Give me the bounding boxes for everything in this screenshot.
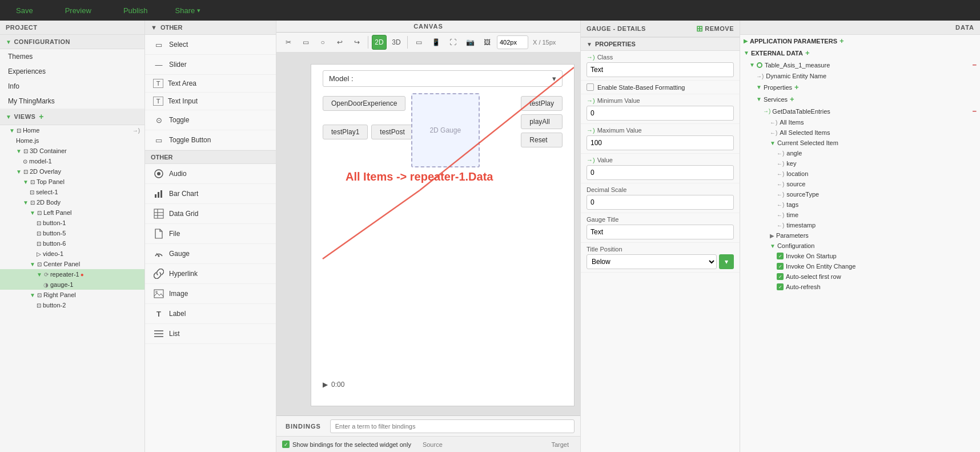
widget-gauge[interactable]: Gauge [145, 244, 276, 264]
tree-left-panel[interactable]: ▼ ⊡ Left Panel [0, 207, 144, 218]
auto-select-item[interactable]: ✓ Auto-select first row [740, 271, 980, 282]
widget-textinput[interactable]: T Text Input [145, 93, 276, 110]
widget-hyperlink[interactable]: Hyperlink [145, 264, 276, 284]
tree-gauge-1[interactable]: ◑ gauge-1 [0, 279, 144, 290]
widget-slider[interactable]: — Slider [145, 55, 276, 75]
save-button[interactable]: Save [11, 4, 38, 17]
widget-select[interactable]: ▭ Select [145, 35, 276, 55]
title-position-expand[interactable]: ▾ [719, 254, 734, 269]
invoke-startup-item[interactable]: ✓ Invoke On Startup [740, 251, 980, 261]
tree-center-panel[interactable]: ▼ ⊡ Center Panel [0, 259, 144, 269]
tags-item[interactable]: ←) tags [740, 199, 980, 210]
show-bindings-checkbox[interactable]: ✓ [282, 441, 290, 448]
external-data-item[interactable]: ▼ EXTERNAL DATA + [740, 47, 980, 59]
gauge-title-input[interactable] [587, 225, 734, 239]
sidebar-item-themes[interactable]: Themes [0, 49, 144, 64]
tree-button-2[interactable]: ⊡ button-2 [0, 300, 144, 310]
app-params-item[interactable]: ▶ APPLICATION PARAMETERS + [740, 35, 980, 47]
tree-select-1[interactable]: ⊡ select-1 [0, 187, 144, 197]
tree-top-panel[interactable]: ▼ ⊡ Top Panel [0, 177, 144, 187]
rect-tool[interactable]: ▭ [298, 35, 313, 50]
dynamic-entity-item[interactable]: →) Dynamic Entity Name [740, 71, 980, 81]
bindings-search[interactable] [330, 419, 575, 433]
widget-list[interactable]: List [145, 324, 276, 344]
model-dropdown[interactable]: Model : ▾ [323, 70, 563, 87]
frame-tool[interactable]: ▭ [411, 35, 426, 50]
tree-3d-container[interactable]: ▼ ⊡ 3D Container [0, 146, 144, 156]
widget-audio[interactable]: Audio [145, 164, 276, 184]
get-data-remove[interactable]: − [972, 107, 977, 115]
tree-button-5[interactable]: ⊡ button-5 [0, 228, 144, 238]
testplay1-btn[interactable]: testPlay1 [323, 125, 368, 139]
timestamp-item[interactable]: ←) timestamp [740, 220, 980, 230]
class-input[interactable] [587, 62, 734, 77]
app-params-add[interactable]: + [840, 37, 844, 45]
gallery-tool[interactable]: 🖼 [480, 35, 495, 50]
parameters-item[interactable]: ▶ Parameters [740, 230, 980, 241]
tree-2d-overlay[interactable]: ▼ ⊡ 2D Overlay [0, 166, 144, 177]
tree-2d-body[interactable]: ▼ ⊡ 2D Body [0, 197, 144, 207]
sidebar-item-info[interactable]: Info [0, 79, 144, 94]
properties-add[interactable]: + [794, 83, 799, 91]
testplay-btn[interactable]: testPlay [521, 96, 563, 111]
location-item[interactable]: ←) location [740, 169, 980, 179]
widget-file[interactable]: File [145, 224, 276, 244]
redo-tool[interactable]: ↪ [350, 35, 364, 50]
mobile-tool[interactable]: 📱 [428, 35, 443, 50]
tree-home[interactable]: ▼ ⊡ Home →) [0, 125, 144, 135]
get-data-table-item[interactable]: →) GetDataTableEntries − [740, 105, 980, 117]
views-add-button[interactable]: + [39, 112, 44, 121]
key-item[interactable]: ←) key [740, 158, 980, 169]
value-input[interactable] [587, 165, 734, 180]
source-item[interactable]: ←) source [740, 179, 980, 189]
external-data-add[interactable]: + [805, 49, 810, 57]
services-add[interactable]: + [790, 95, 794, 103]
all-items-item[interactable]: ←) All Items [740, 117, 980, 127]
fullscreen-tool[interactable]: ⛶ [445, 35, 460, 50]
title-position-select[interactable]: Below Above Left Right [587, 254, 717, 269]
tree-button-1[interactable]: ⊡ button-1 [0, 218, 144, 228]
opendoor-btn[interactable]: OpenDoorExperience [323, 96, 405, 111]
widget-barchart[interactable]: Bar Chart [145, 184, 276, 204]
properties-item[interactable]: ▼ Properties + [740, 81, 980, 93]
configuration-item[interactable]: ▼ Configuration [740, 241, 980, 251]
circle-tool[interactable]: ○ [315, 35, 330, 50]
size-input[interactable] [497, 35, 528, 49]
sidebar-item-experiences[interactable]: Experiences [0, 64, 144, 79]
sourcetype-item[interactable]: ←) sourceType [740, 189, 980, 199]
photo-tool[interactable]: 📷 [463, 35, 477, 50]
auto-refresh-item[interactable]: ✓ Auto-refresh [740, 282, 980, 292]
widget-toggle[interactable]: ⊙ Toggle [145, 110, 276, 130]
remove-button[interactable]: ⊞ Remove [696, 24, 734, 33]
decimal-scale-input[interactable] [587, 195, 734, 210]
widget-image[interactable]: Image [145, 284, 276, 304]
widget-datagrid[interactable]: Data Grid [145, 204, 276, 224]
3d-mode-btn[interactable]: 3D [389, 35, 404, 50]
tree-repeater-1[interactable]: ▼ ⟳ repeater-1 ● [0, 269, 144, 279]
reset-btn[interactable]: Reset [521, 133, 563, 147]
services-item[interactable]: ▼ Services + [740, 93, 980, 105]
angle-item[interactable]: ←) angle [740, 148, 980, 158]
invoke-entity-item[interactable]: ✓ Invoke On Entity Change [740, 261, 980, 271]
publish-button[interactable]: Publish [119, 4, 152, 17]
preview-button[interactable]: Preview [61, 4, 96, 17]
tree-home-js[interactable]: Home.js [0, 135, 144, 146]
tree-video-1[interactable]: ▷ video-1 [0, 249, 144, 259]
table-asis-item[interactable]: ▼ Table_Asis_1_measure − [740, 59, 980, 71]
table-asis-remove[interactable]: − [972, 61, 977, 69]
widget-togglebutton[interactable]: ▭ Toggle Button [145, 130, 276, 150]
sidebar-item-mythingmarks[interactable]: My ThingMarks [0, 94, 144, 109]
undo-tool[interactable]: ↩ [332, 35, 347, 50]
cut-tool[interactable]: ✂ [281, 35, 296, 50]
2d-mode-btn[interactable]: 2D [372, 35, 387, 50]
time-item[interactable]: ←) time [740, 210, 980, 220]
tree-model-1[interactable]: ⊙ model-1 [0, 156, 144, 166]
tree-button-6[interactable]: ⊡ button-6 [0, 238, 144, 249]
all-selected-items-item[interactable]: ←) All Selected Items [740, 127, 980, 138]
playall-btn[interactable]: playAll [521, 114, 563, 129]
tree-right-panel[interactable]: ▼ ⊡ Right Panel [0, 290, 144, 300]
share-button[interactable]: Share ▾ [175, 6, 201, 15]
max-value-input[interactable] [587, 135, 734, 150]
widget-label[interactable]: T Label [145, 304, 276, 324]
enable-state-checkbox[interactable] [587, 83, 594, 91]
